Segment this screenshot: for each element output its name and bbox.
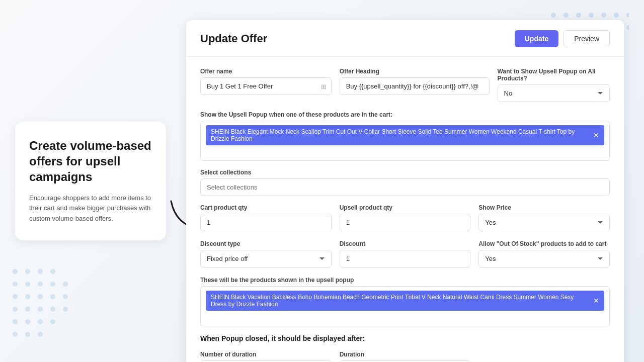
- group-upsell-products: These will be the products shown in the …: [200, 277, 610, 326]
- header-buttons: Update Preview: [515, 30, 610, 47]
- svg-point-13: [626, 25, 629, 30]
- svg-point-44: [38, 307, 43, 312]
- row-qty-price: Cart product qty Upsell product qty Show…: [200, 204, 610, 231]
- svg-point-50: [50, 319, 55, 324]
- group-upsell-qty: Upsell product qty: [340, 204, 471, 231]
- svg-point-32: [13, 282, 18, 287]
- svg-point-51: [13, 332, 18, 337]
- cart-product-tag: SHEIN Black Elegant Mock Neck Scallop Tr…: [206, 125, 604, 145]
- allow-oos-label: Allow "Out Of Stock" products to add to …: [478, 240, 610, 247]
- svg-point-47: [13, 319, 18, 324]
- cart-product-tag-text: SHEIN Black Elegant Mock Neck Scallop Tr…: [211, 128, 589, 142]
- marketing-description: Encourage shoppers to add more items to …: [29, 193, 152, 224]
- svg-point-37: [13, 294, 18, 299]
- svg-point-6: [626, 13, 629, 18]
- group-discount: Discount: [340, 240, 471, 267]
- svg-point-4: [601, 13, 606, 18]
- update-offer-card: Update Offer Update Preview Offer name ⊞…: [186, 20, 624, 362]
- form-body: Offer name ⊞ Offer Heading Want to Show …: [186, 57, 624, 362]
- group-spacer: [478, 351, 610, 362]
- svg-point-33: [25, 282, 30, 287]
- svg-point-30: [38, 269, 43, 274]
- svg-point-46: [63, 307, 68, 312]
- group-discount-type: Discount type Fixed price off Percentage…: [200, 240, 332, 267]
- show-upsell-label: Want to Show Upsell Popup on All Product…: [498, 68, 610, 82]
- discount-label: Discount: [340, 240, 471, 247]
- group-show-price: Show Price Yes No: [478, 204, 610, 231]
- group-collections: Select collections: [200, 169, 610, 196]
- cart-products-tag-container[interactable]: SHEIN Black Elegant Mock Neck Scallop Tr…: [200, 121, 610, 161]
- svg-point-53: [38, 332, 43, 337]
- cart-product-remove-icon[interactable]: ✕: [593, 132, 599, 139]
- svg-point-31: [50, 269, 55, 274]
- svg-point-36: [63, 282, 68, 287]
- svg-point-38: [25, 294, 30, 299]
- group-cart-qty: Cart product qty: [200, 204, 332, 231]
- upsell-products-tag-container[interactable]: SHEIN Black Vacation Backless Boho Bohem…: [200, 286, 610, 326]
- group-popup-closed: When Popup closed, it should be displaye…: [200, 334, 610, 362]
- header-preview-button[interactable]: Preview: [564, 30, 610, 47]
- group-offer-name: Offer name ⊞: [200, 68, 332, 102]
- cart-qty-label: Cart product qty: [200, 204, 332, 211]
- row-offer-info: Offer name ⊞ Offer Heading Want to Show …: [200, 68, 610, 102]
- row-discount: Discount type Fixed price off Percentage…: [200, 240, 610, 267]
- offer-name-input[interactable]: [200, 77, 332, 95]
- duration-label: Duration: [340, 351, 471, 358]
- svg-point-35: [50, 282, 55, 287]
- marketing-panel: Create volume-based offers for upsell ca…: [15, 122, 166, 240]
- svg-point-3: [589, 13, 594, 18]
- svg-point-49: [38, 319, 43, 324]
- cart-qty-input[interactable]: [200, 214, 332, 231]
- form-header: Update Offer Update Preview: [186, 20, 624, 57]
- svg-point-1: [564, 13, 569, 18]
- decorative-dots-bottom-left: [10, 266, 80, 347]
- allow-oos-select[interactable]: Yes No: [478, 250, 610, 267]
- svg-point-5: [614, 13, 619, 18]
- svg-point-42: [13, 307, 18, 312]
- popup-closed-title: When Popup closed, it should be displaye…: [200, 334, 610, 342]
- show-upsell-select[interactable]: No Yes: [498, 84, 610, 102]
- offer-name-input-wrapper: ⊞: [200, 77, 332, 95]
- form-title: Update Offer: [200, 32, 267, 45]
- svg-point-34: [38, 282, 43, 287]
- offer-heading-label: Offer Heading: [340, 68, 490, 75]
- discount-input[interactable]: [340, 250, 471, 267]
- group-cart-products: Show the Upsell Popup when one of these …: [200, 111, 610, 161]
- marketing-heading: Create volume-based offers for upsell ca…: [29, 138, 152, 185]
- svg-point-48: [25, 319, 30, 324]
- upsell-products-label: These will be the products shown in the …: [200, 277, 610, 284]
- svg-point-52: [25, 332, 30, 337]
- upsell-product-remove-icon[interactable]: ✕: [593, 297, 599, 304]
- offer-heading-input[interactable]: [340, 77, 490, 95]
- svg-point-45: [50, 307, 55, 312]
- svg-point-43: [25, 307, 30, 312]
- svg-point-0: [551, 13, 556, 18]
- show-price-select[interactable]: Yes No: [478, 214, 610, 231]
- svg-point-39: [38, 294, 43, 299]
- svg-point-2: [576, 13, 581, 18]
- svg-point-41: [63, 294, 68, 299]
- discount-type-select[interactable]: Fixed price off Percentage off: [200, 250, 332, 267]
- number-duration-label: Number of duration: [200, 351, 332, 358]
- upsell-qty-input[interactable]: [340, 214, 471, 231]
- discount-type-label: Discount type: [200, 240, 332, 247]
- cart-products-label: Show the Upsell Popup when one of these …: [200, 111, 610, 118]
- offer-name-icon: ⊞: [321, 82, 327, 90]
- svg-point-28: [13, 269, 18, 274]
- svg-point-40: [50, 294, 55, 299]
- group-number-duration: Number of duration 1 2 3 5 10: [200, 351, 332, 362]
- header-update-button[interactable]: Update: [515, 30, 558, 47]
- show-price-label: Show Price: [478, 204, 610, 211]
- upsell-qty-label: Upsell product qty: [340, 204, 471, 211]
- row-duration: Number of duration 1 2 3 5 10 Duration M…: [200, 351, 610, 362]
- upsell-product-tag: SHEIN Black Vacation Backless Boho Bohem…: [206, 291, 604, 311]
- group-allow-oos: Allow "Out Of Stock" products to add to …: [478, 240, 610, 267]
- collections-input[interactable]: [200, 178, 610, 196]
- group-duration-unit: Duration Minutes Hours Days: [340, 351, 471, 362]
- group-offer-heading: Offer Heading: [340, 68, 490, 102]
- group-show-upsell: Want to Show Upsell Popup on All Product…: [498, 68, 610, 102]
- svg-point-29: [25, 269, 30, 274]
- collections-label: Select collections: [200, 169, 610, 176]
- offer-name-label: Offer name: [200, 68, 332, 75]
- upsell-product-tag-text: SHEIN Black Vacation Backless Boho Bohem…: [211, 294, 589, 308]
